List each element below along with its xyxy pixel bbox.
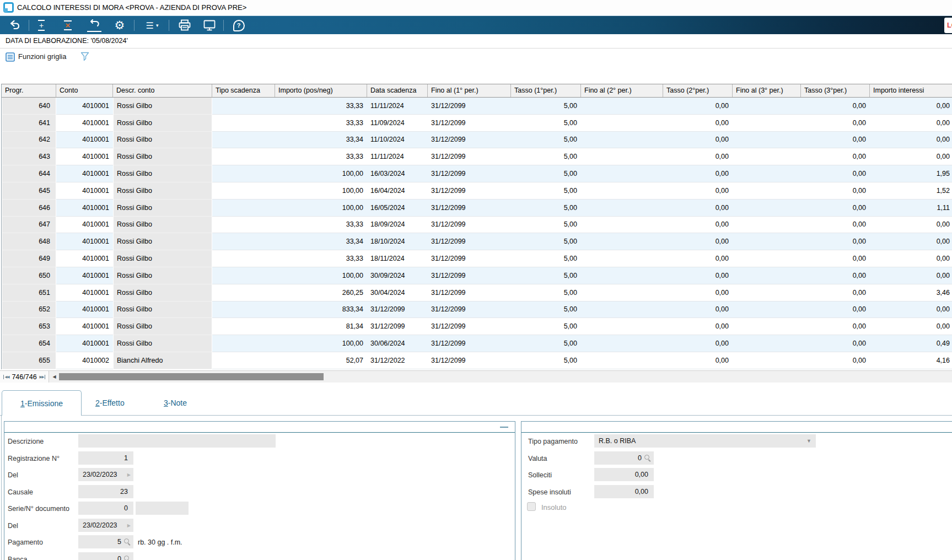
cell[interactable]: 0,00 [801,148,870,165]
cell[interactable] [733,200,801,217]
cell[interactable] [733,301,801,319]
cell[interactable]: 0,00 [801,200,870,217]
cell[interactable]: 31/12/2099 [428,98,511,115]
cell[interactable] [212,250,275,267]
cell[interactable]: 0,00 [663,115,733,132]
cell[interactable] [733,284,801,301]
cell[interactable] [212,284,275,301]
cell[interactable] [212,182,275,200]
tab-note[interactable]: 3 - Note [164,390,187,415]
cell[interactable]: 0,00 [801,217,870,234]
cell[interactable]: 0,00 [870,148,952,165]
cell[interactable]: 31/12/2099 [428,267,511,284]
cell[interactable]: 81,34 [275,318,367,335]
undo-changes-icon[interactable] [85,16,103,35]
cell[interactable]: Bianchi Alfredo [113,352,212,369]
cell[interactable]: 0,00 [663,318,733,335]
table-row[interactable]: 6524010001Rossi Gilbo833,3431/12/209931/… [2,301,952,319]
cell[interactable]: Rossi Gilbo [113,250,212,267]
cell[interactable]: 33,34 [275,233,367,250]
cell[interactable]: 31/12/2099 [428,335,511,352]
table-row[interactable]: 6544010001Rossi Gilbo100,0030/06/202431/… [2,335,952,352]
cell[interactable]: 31/12/2099 [367,301,428,319]
valuta-field[interactable]: 0 [594,451,654,465]
cell[interactable]: Rossi Gilbo [113,98,212,115]
cell[interactable]: 0,00 [801,115,870,132]
cell[interactable] [212,352,275,369]
cell[interactable] [581,233,663,250]
column-header[interactable]: Fino al (1° per.) [428,84,511,97]
lookup-magnifier-icon[interactable] [123,538,131,546]
cell[interactable]: 5,00 [511,233,581,250]
cell[interactable]: 4010001 [56,115,113,132]
cell[interactable]: 0,00 [801,98,870,115]
cell[interactable] [581,98,663,115]
cell[interactable]: 1,52 [870,182,952,200]
cell[interactable]: 33,33 [275,148,367,165]
column-header[interactable]: Tasso (3°per.) [801,84,870,97]
cell[interactable]: 33,33 [275,250,367,267]
cell[interactable]: 31/12/2099 [428,148,511,165]
cell[interactable] [733,318,801,335]
cell[interactable]: Rossi Gilbo [113,301,212,319]
causale-field[interactable]: 23 [78,485,133,498]
cell[interactable]: 31/12/2099 [428,284,511,301]
cell[interactable]: 33,33 [275,98,367,115]
cell[interactable]: 0,00 [663,284,733,301]
monitor-icon[interactable] [200,16,219,35]
cell[interactable]: 654 [2,335,56,352]
date-picker-icon[interactable]: ▶ [127,523,131,528]
cell[interactable]: 5,00 [511,318,581,335]
table-row[interactable]: 6514010001Rossi Gilbo260,2530/04/202431/… [2,284,952,301]
cell[interactable]: 0,00 [801,165,870,182]
table-row[interactable]: 6474010001Rossi Gilbo33,3318/09/202431/1… [2,217,952,234]
lookup-magnifier-icon[interactable] [644,454,652,462]
cell[interactable]: 1,11 [870,200,952,217]
cell[interactable]: 4010001 [56,148,113,165]
cell[interactable]: 31/12/2099 [428,217,511,234]
pagamento-field[interactable]: 5 [78,535,133,548]
cell[interactable]: 18/09/2024 [367,217,428,234]
cell[interactable]: 4010001 [56,335,113,352]
delete-row-icon[interactable]: × [60,16,76,35]
cell[interactable] [581,200,663,217]
insoluto-checkbox[interactable] [527,502,536,511]
column-header[interactable]: Tipo scadenza [212,84,275,97]
del1-field[interactable]: 23/02/2023▶ [78,468,133,481]
cell[interactable]: 5,00 [511,250,581,267]
cell[interactable]: 4010001 [56,200,113,217]
table-row[interactable]: 6424010001Rossi Gilbo33,3411/10/202431/1… [2,132,952,149]
cell[interactable]: 100,00 [275,200,367,217]
cell[interactable] [581,217,663,234]
cell[interactable]: 0,00 [801,267,870,284]
descrizione-field[interactable] [78,434,276,448]
cell[interactable]: 0,00 [870,217,952,234]
cell[interactable]: 31/12/2099 [428,165,511,182]
cell[interactable]: 52,07 [275,352,367,369]
cell[interactable] [733,115,801,132]
spese-insoluti-field[interactable]: 0,00 [594,485,654,498]
cell[interactable]: 649 [2,250,56,267]
cell[interactable]: 0,00 [801,284,870,301]
cell[interactable]: 0,00 [870,301,952,319]
cell[interactable]: 0,00 [801,250,870,267]
cell[interactable] [581,182,663,200]
cell[interactable]: 100,00 [275,182,367,200]
grid-functions-icon[interactable] [6,52,15,64]
cell[interactable]: 643 [2,148,56,165]
cell[interactable]: 16/03/2024 [367,165,428,182]
cell[interactable]: 100,00 [275,335,367,352]
cell[interactable]: 4010001 [56,267,113,284]
cell[interactable] [733,148,801,165]
cell[interactable]: 100,00 [275,165,367,182]
cell[interactable]: 11/11/2024 [367,98,428,115]
table-row[interactable]: 6454010001Rossi Gilbo100,0016/04/202431/… [2,182,952,200]
cell[interactable] [581,165,663,182]
cell[interactable]: 646 [2,200,56,217]
cell[interactable] [212,132,275,149]
cell[interactable]: Rossi Gilbo [113,335,212,352]
cell[interactable] [733,98,801,115]
cell[interactable]: 5,00 [511,335,581,352]
table-row[interactable]: 6504010001Rossi Gilbo100,0030/09/202431/… [2,267,952,284]
cell[interactable]: 31/12/2099 [428,250,511,267]
